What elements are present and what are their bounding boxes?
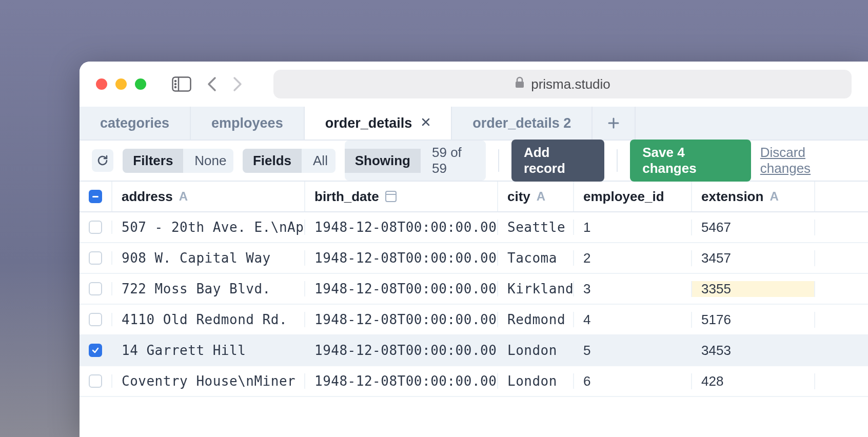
cell-extension[interactable]: 3457 xyxy=(692,250,815,266)
cell-birth-date[interactable]: 1948-12-08T00:00:00.000Z xyxy=(305,373,498,389)
refresh-button[interactable] xyxy=(92,149,113,172)
cell-city[interactable]: Kirkland xyxy=(498,281,574,296)
data-table: addressA birth_date cityA employee_id ex… xyxy=(80,182,868,397)
titlebar: prisma.studio xyxy=(80,62,868,107)
showing-label: Showing xyxy=(345,149,421,173)
cell-address[interactable]: 4110 Old Redmond Rd. xyxy=(112,312,305,327)
filters-value: None xyxy=(183,149,233,173)
model-tabs: categories employees order_details order… xyxy=(80,107,868,141)
table-row[interactable]: Coventry House\nMiner Rd.1948-12-08T00:0… xyxy=(80,366,868,397)
cell-address[interactable]: 507 - 20th Ave. E.\nApt xyxy=(112,220,305,235)
discard-changes-link[interactable]: Discard changes xyxy=(760,145,856,176)
tab-order-details[interactable]: order_details xyxy=(305,107,452,140)
cell-extension[interactable]: 5467 xyxy=(692,220,815,235)
cell-extension[interactable]: 3355 xyxy=(692,281,815,297)
tab-label: employees xyxy=(211,115,283,131)
url-text: prisma.studio xyxy=(531,76,610,92)
sidebar-toggle-icon[interactable] xyxy=(172,76,191,92)
cell-employee-id[interactable]: 6 xyxy=(574,373,692,389)
cell-employee-id[interactable]: 5 xyxy=(574,343,692,359)
url-bar[interactable]: prisma.studio xyxy=(273,70,852,98)
cell-birth-date[interactable]: 1948-12-08T00:00:00.000Z xyxy=(305,343,498,358)
cell-address[interactable]: 908 W. Capital Way xyxy=(112,250,305,266)
add-tab-button[interactable] xyxy=(593,107,636,140)
minimize-window-button[interactable] xyxy=(115,78,127,90)
column-header-extension[interactable]: extensionA xyxy=(692,182,815,211)
cell-employee-id[interactable]: 4 xyxy=(574,312,692,328)
row-checkbox[interactable] xyxy=(80,221,112,234)
tab-label: order_details 2 xyxy=(472,115,571,131)
svg-point-2 xyxy=(175,81,176,82)
cell-extension[interactable]: 5176 xyxy=(692,312,815,328)
tab-employees[interactable]: employees xyxy=(191,107,305,140)
cell-address[interactable]: Coventry House\nMiner Rd. xyxy=(112,373,305,389)
cell-city[interactable]: London xyxy=(498,373,574,389)
type-badge: A xyxy=(179,189,188,204)
fields-label: Fields xyxy=(243,149,302,173)
table-row[interactable]: 4110 Old Redmond Rd.1948-12-08T00:00:00.… xyxy=(80,305,868,335)
table-row[interactable]: 14 Garrett Hill1948-12-08T00:00:00.000ZL… xyxy=(80,335,868,366)
save-changes-button[interactable]: Save 4 changes xyxy=(630,140,751,182)
close-tab-icon[interactable] xyxy=(421,116,430,130)
select-all-checkbox[interactable] xyxy=(80,182,112,211)
cell-city[interactable]: Seattle xyxy=(498,220,574,235)
svg-point-4 xyxy=(175,87,176,88)
tab-label: order_details xyxy=(325,115,412,131)
showing-value: 59 of 59 xyxy=(421,141,486,181)
cell-birth-date[interactable]: 1948-12-08T00:00:00.000Z xyxy=(305,250,498,266)
cell-address[interactable]: 722 Moss Bay Blvd. xyxy=(112,281,305,296)
column-header-birth-date[interactable]: birth_date xyxy=(305,182,498,211)
toolbar: Filters None Fields All Showing 59 of 59… xyxy=(80,141,868,182)
row-checkbox[interactable] xyxy=(80,374,112,388)
svg-point-3 xyxy=(175,84,176,85)
maximize-window-button[interactable] xyxy=(135,78,146,90)
cell-city[interactable]: Redmond xyxy=(498,312,574,327)
tab-order-details-2[interactable]: order_details 2 xyxy=(452,107,593,140)
type-badge: A xyxy=(537,189,545,204)
cell-birth-date[interactable]: 1948-12-08T00:00:00.000Z xyxy=(305,281,498,296)
table-row[interactable]: 908 W. Capital Way1948-12-08T00:00:00.00… xyxy=(80,243,868,274)
date-icon xyxy=(385,191,397,202)
cell-employee-id[interactable]: 1 xyxy=(574,220,692,235)
table-header-row: addressA birth_date cityA employee_id ex… xyxy=(80,182,868,212)
column-header-address[interactable]: addressA xyxy=(112,182,305,211)
separator xyxy=(617,149,618,172)
cell-city[interactable]: Tacoma xyxy=(498,250,574,266)
fields-value: All xyxy=(302,149,336,173)
cell-address[interactable]: 14 Garrett Hill xyxy=(112,343,305,358)
tab-categories[interactable]: categories xyxy=(80,107,191,140)
close-window-button[interactable] xyxy=(96,78,107,90)
row-checkbox[interactable] xyxy=(80,251,112,265)
cell-birth-date[interactable]: 1948-12-08T00:00:00.000Z xyxy=(305,220,498,235)
column-header-city[interactable]: cityA xyxy=(498,182,574,211)
add-record-button[interactable]: Add record xyxy=(511,140,604,182)
separator xyxy=(498,149,499,172)
table-row[interactable]: 722 Moss Bay Blvd.1948-12-08T00:00:00.00… xyxy=(80,274,868,305)
column-header-employee-id[interactable]: employee_id xyxy=(574,182,692,211)
cell-extension[interactable]: 428 xyxy=(692,373,815,389)
back-button[interactable] xyxy=(207,76,217,92)
filters-label: Filters xyxy=(123,149,183,173)
traffic-lights xyxy=(96,78,146,90)
svg-rect-5 xyxy=(516,82,524,88)
showing-control[interactable]: Showing 59 of 59 xyxy=(345,141,486,181)
cell-city[interactable]: London xyxy=(498,343,574,358)
cell-birth-date[interactable]: 1948-12-08T00:00:00.000Z xyxy=(305,312,498,327)
forward-button[interactable] xyxy=(232,76,243,92)
cell-employee-id[interactable]: 3 xyxy=(574,281,692,297)
fields-control[interactable]: Fields All xyxy=(243,149,336,173)
type-badge: A xyxy=(770,189,778,204)
tab-label: categories xyxy=(100,115,169,131)
browser-window: prisma.studio categories employees order… xyxy=(80,62,868,437)
row-checkbox[interactable] xyxy=(80,344,112,357)
lock-icon xyxy=(515,76,525,92)
filters-control[interactable]: Filters None xyxy=(123,149,233,173)
cell-extension[interactable]: 3453 xyxy=(692,343,815,359)
table-row[interactable]: 507 - 20th Ave. E.\nApt1948-12-08T00:00:… xyxy=(80,212,868,243)
row-checkbox[interactable] xyxy=(80,313,112,326)
cell-employee-id[interactable]: 2 xyxy=(574,250,692,266)
row-checkbox[interactable] xyxy=(80,282,112,295)
